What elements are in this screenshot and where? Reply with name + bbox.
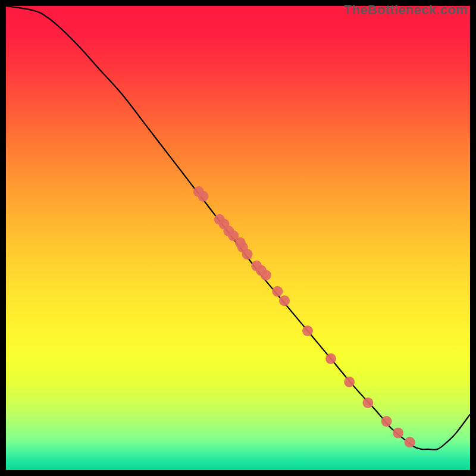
data-point	[198, 191, 209, 202]
data-point	[261, 270, 271, 280]
data-point	[279, 295, 290, 306]
chart-frame: TheBottleneck.com	[0, 0, 476, 476]
data-point	[272, 286, 283, 297]
chart-svg	[6, 6, 470, 470]
data-point	[405, 437, 415, 447]
data-point	[302, 325, 313, 336]
data-point	[381, 416, 392, 427]
data-point	[344, 377, 355, 387]
data-point	[362, 397, 373, 408]
data-point	[242, 249, 253, 259]
chart-plot-area	[6, 6, 470, 470]
data-point	[325, 353, 336, 364]
data-point	[393, 428, 403, 439]
watermark-label: TheBottleneck.com	[344, 2, 468, 18]
